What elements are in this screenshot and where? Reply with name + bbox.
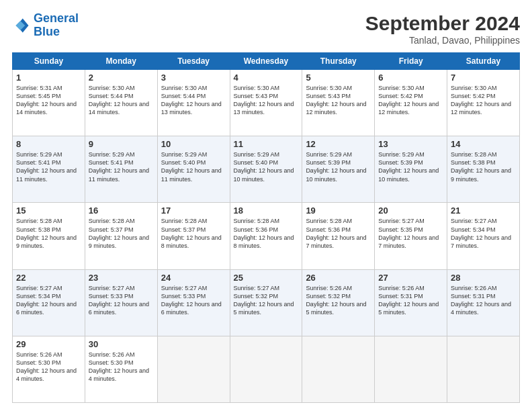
logo-general: General bbox=[34, 11, 79, 25]
day-number: 14 bbox=[451, 139, 516, 149]
day-info: Sunrise: 5:27 AMSunset: 5:33 PMDaylight:… bbox=[89, 284, 154, 317]
day-info: Sunrise: 5:28 AMSunset: 5:37 PMDaylight:… bbox=[161, 217, 226, 250]
table-row bbox=[157, 336, 230, 402]
day-info: Sunrise: 5:30 AMSunset: 5:42 PMDaylight:… bbox=[378, 84, 443, 117]
table-row: 10Sunrise: 5:29 AMSunset: 5:40 PMDayligh… bbox=[157, 136, 230, 203]
page: General Blue September 2024 Tanlad, Dava… bbox=[0, 0, 532, 411]
day-info: Sunrise: 5:31 AMSunset: 5:45 PMDaylight:… bbox=[16, 84, 81, 117]
day-number: 24 bbox=[161, 273, 226, 283]
day-info: Sunrise: 5:27 AMSunset: 5:34 PMDaylight:… bbox=[451, 217, 516, 250]
day-info: Sunrise: 5:29 AMSunset: 5:40 PMDaylight:… bbox=[234, 150, 299, 183]
calendar-row: 15Sunrise: 5:28 AMSunset: 5:38 PMDayligh… bbox=[13, 203, 520, 269]
table-row: 17Sunrise: 5:28 AMSunset: 5:37 PMDayligh… bbox=[157, 203, 230, 269]
day-number: 22 bbox=[16, 273, 81, 283]
table-row: 28Sunrise: 5:26 AMSunset: 5:31 PMDayligh… bbox=[447, 269, 520, 336]
day-info: Sunrise: 5:28 AMSunset: 5:36 PMDaylight:… bbox=[234, 217, 299, 250]
day-number: 23 bbox=[89, 273, 154, 283]
day-number: 27 bbox=[378, 273, 443, 283]
table-row: 3Sunrise: 5:30 AMSunset: 5:44 PMDaylight… bbox=[157, 70, 230, 136]
col-tuesday: Tuesday bbox=[157, 53, 230, 70]
table-row: 24Sunrise: 5:27 AMSunset: 5:33 PMDayligh… bbox=[157, 269, 230, 336]
table-row: 1Sunrise: 5:31 AMSunset: 5:45 PMDaylight… bbox=[13, 70, 85, 136]
calendar-row: 1Sunrise: 5:31 AMSunset: 5:45 PMDaylight… bbox=[13, 70, 520, 136]
month-year: September 2024 bbox=[365, 12, 520, 35]
day-info: Sunrise: 5:28 AMSunset: 5:37 PMDaylight:… bbox=[89, 217, 154, 250]
table-row: 15Sunrise: 5:28 AMSunset: 5:38 PMDayligh… bbox=[13, 203, 85, 269]
table-row: 16Sunrise: 5:28 AMSunset: 5:37 PMDayligh… bbox=[85, 203, 157, 269]
day-number: 12 bbox=[306, 139, 371, 149]
table-row: 8Sunrise: 5:29 AMSunset: 5:41 PMDaylight… bbox=[13, 136, 85, 203]
day-number: 6 bbox=[378, 73, 443, 83]
col-sunday: Sunday bbox=[13, 53, 85, 70]
table-row: 4Sunrise: 5:30 AMSunset: 5:43 PMDaylight… bbox=[230, 70, 302, 136]
col-wednesday: Wednesday bbox=[230, 53, 302, 70]
logo-blue: Blue bbox=[34, 25, 60, 38]
day-info: Sunrise: 5:26 AMSunset: 5:30 PMDaylight:… bbox=[89, 351, 154, 383]
table-row: 21Sunrise: 5:27 AMSunset: 5:34 PMDayligh… bbox=[447, 203, 520, 269]
table-row: 11Sunrise: 5:29 AMSunset: 5:40 PMDayligh… bbox=[230, 136, 302, 203]
table-row: 6Sunrise: 5:30 AMSunset: 5:42 PMDaylight… bbox=[375, 70, 447, 136]
day-number: 2 bbox=[89, 73, 154, 83]
day-number: 21 bbox=[451, 205, 516, 216]
calendar-row: 8Sunrise: 5:29 AMSunset: 5:41 PMDaylight… bbox=[13, 136, 520, 203]
day-number: 30 bbox=[89, 339, 154, 349]
table-row: 9Sunrise: 5:29 AMSunset: 5:41 PMDaylight… bbox=[85, 136, 157, 203]
day-number: 16 bbox=[89, 205, 154, 216]
table-row bbox=[302, 336, 375, 402]
day-number: 7 bbox=[451, 73, 516, 83]
day-info: Sunrise: 5:26 AMSunset: 5:30 PMDaylight:… bbox=[16, 351, 81, 383]
day-number: 3 bbox=[161, 73, 226, 83]
day-info: Sunrise: 5:30 AMSunset: 5:43 PMDaylight:… bbox=[306, 84, 371, 117]
table-row: 18Sunrise: 5:28 AMSunset: 5:36 PMDayligh… bbox=[230, 203, 302, 269]
day-number: 20 bbox=[378, 205, 443, 216]
table-row: 22Sunrise: 5:27 AMSunset: 5:34 PMDayligh… bbox=[13, 269, 85, 336]
table-row: 29Sunrise: 5:26 AMSunset: 5:30 PMDayligh… bbox=[13, 336, 85, 402]
table-row: 2Sunrise: 5:30 AMSunset: 5:44 PMDaylight… bbox=[85, 70, 157, 136]
table-row bbox=[375, 336, 447, 402]
table-row: 30Sunrise: 5:26 AMSunset: 5:30 PMDayligh… bbox=[85, 336, 157, 402]
day-number: 9 bbox=[89, 139, 154, 149]
title-block: September 2024 Tanlad, Davao, Philippine… bbox=[365, 12, 520, 46]
calendar-row: 29Sunrise: 5:26 AMSunset: 5:30 PMDayligh… bbox=[13, 336, 520, 402]
calendar-table: Sunday Monday Tuesday Wednesday Thursday… bbox=[12, 52, 520, 403]
day-info: Sunrise: 5:30 AMSunset: 5:44 PMDaylight:… bbox=[161, 84, 226, 117]
table-row: 27Sunrise: 5:26 AMSunset: 5:31 PMDayligh… bbox=[375, 269, 447, 336]
table-row: 26Sunrise: 5:26 AMSunset: 5:32 PMDayligh… bbox=[302, 269, 375, 336]
day-info: Sunrise: 5:29 AMSunset: 5:39 PMDaylight:… bbox=[378, 150, 443, 183]
table-row: 20Sunrise: 5:27 AMSunset: 5:35 PMDayligh… bbox=[375, 203, 447, 269]
day-number: 25 bbox=[234, 273, 299, 283]
day-number: 15 bbox=[16, 205, 81, 216]
table-row: 7Sunrise: 5:30 AMSunset: 5:42 PMDaylight… bbox=[447, 70, 520, 136]
logo: General Blue bbox=[12, 12, 79, 39]
day-number: 18 bbox=[234, 205, 299, 216]
calendar-header-row: Sunday Monday Tuesday Wednesday Thursday… bbox=[13, 53, 520, 70]
day-info: Sunrise: 5:26 AMSunset: 5:31 PMDaylight:… bbox=[451, 284, 516, 317]
day-info: Sunrise: 5:27 AMSunset: 5:34 PMDaylight:… bbox=[16, 284, 81, 317]
day-number: 1 bbox=[16, 73, 81, 83]
day-number: 17 bbox=[161, 205, 226, 216]
table-row: 12Sunrise: 5:29 AMSunset: 5:39 PMDayligh… bbox=[302, 136, 375, 203]
logo-icon bbox=[12, 16, 31, 35]
col-thursday: Thursday bbox=[302, 53, 375, 70]
day-number: 26 bbox=[306, 273, 371, 283]
day-info: Sunrise: 5:27 AMSunset: 5:33 PMDaylight:… bbox=[161, 284, 226, 317]
day-info: Sunrise: 5:29 AMSunset: 5:40 PMDaylight:… bbox=[161, 150, 226, 183]
header: General Blue September 2024 Tanlad, Dava… bbox=[12, 12, 520, 46]
day-info: Sunrise: 5:28 AMSunset: 5:38 PMDaylight:… bbox=[451, 150, 516, 183]
day-number: 4 bbox=[234, 73, 299, 83]
day-info: Sunrise: 5:30 AMSunset: 5:42 PMDaylight:… bbox=[451, 84, 516, 117]
day-info: Sunrise: 5:29 AMSunset: 5:41 PMDaylight:… bbox=[16, 150, 81, 183]
col-monday: Monday bbox=[85, 53, 157, 70]
day-info: Sunrise: 5:27 AMSunset: 5:32 PMDaylight:… bbox=[234, 284, 299, 317]
table-row: 14Sunrise: 5:28 AMSunset: 5:38 PMDayligh… bbox=[447, 136, 520, 203]
table-row: 25Sunrise: 5:27 AMSunset: 5:32 PMDayligh… bbox=[230, 269, 302, 336]
day-number: 11 bbox=[234, 139, 299, 149]
day-info: Sunrise: 5:30 AMSunset: 5:43 PMDaylight:… bbox=[234, 84, 299, 117]
day-number: 19 bbox=[306, 205, 371, 216]
day-number: 8 bbox=[16, 139, 81, 149]
day-info: Sunrise: 5:27 AMSunset: 5:35 PMDaylight:… bbox=[378, 217, 443, 250]
day-number: 10 bbox=[161, 139, 226, 149]
table-row: 23Sunrise: 5:27 AMSunset: 5:33 PMDayligh… bbox=[85, 269, 157, 336]
calendar-row: 22Sunrise: 5:27 AMSunset: 5:34 PMDayligh… bbox=[13, 269, 520, 336]
col-friday: Friday bbox=[375, 53, 447, 70]
